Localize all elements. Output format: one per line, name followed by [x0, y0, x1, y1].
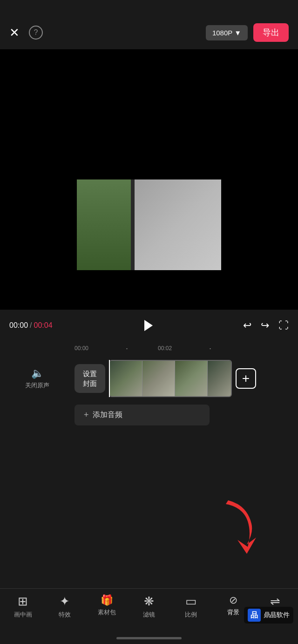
effects-label: 特效: [59, 611, 71, 619]
cover-button[interactable]: 设置 封面: [74, 364, 105, 393]
pip-icon: ⊞: [18, 594, 28, 609]
materials-label: 素材包: [98, 608, 116, 617]
toolbar-item-filter[interactable]: ❋ 滤镜: [133, 594, 165, 619]
help-icon: ?: [34, 28, 38, 37]
door-line: [131, 179, 135, 270]
watermark: 品 鼎品软件: [244, 607, 293, 624]
mute-icon: 🔈: [31, 367, 44, 379]
clip-frame-1: [110, 361, 142, 396]
redo-button[interactable]: ↪: [261, 319, 269, 332]
timeline-ruler: 00:00 · 00:02 ·: [0, 341, 298, 355]
materials-icon: 🎁: [101, 594, 113, 606]
effects-icon: ✦: [60, 594, 70, 609]
video-preview: [0, 49, 298, 310]
video-top-black: [77, 89, 221, 179]
filter-icon: ❋: [144, 594, 154, 609]
pip-label: 画中画: [14, 611, 32, 619]
cover-line2: 封面: [83, 378, 97, 388]
time-display: 00:00 / 00:04: [9, 321, 53, 330]
track-left-controls: 🔈 关闭原声: [0, 367, 74, 390]
resolution-button[interactable]: 1080P ▼: [206, 25, 248, 40]
ratio-icon: ▭: [185, 594, 197, 609]
add-audio-label: 添加音频: [93, 410, 122, 420]
mute-label: 关闭原声: [25, 381, 49, 390]
play-button[interactable]: [137, 315, 158, 336]
mute-button[interactable]: 🔈 关闭原声: [25, 367, 49, 390]
ruler-time-0: 00:00: [74, 345, 88, 352]
ruler-time-2: 00:02: [158, 345, 172, 352]
ruler-dot-1: ·: [126, 344, 128, 352]
toolbar-item-effects[interactable]: ✦ 特效: [48, 594, 81, 619]
export-button[interactable]: 导出: [253, 23, 289, 42]
home-indicator: [116, 637, 182, 639]
video-frame: [77, 89, 221, 270]
cover-line1: 设置: [83, 369, 97, 378]
time-separator: /: [30, 321, 32, 330]
top-bar-right: 1080P ▼ 导出: [206, 23, 289, 42]
controls-bar: 00:00 / 00:04 ↩ ↪ ⛶: [0, 310, 298, 341]
watermark-logo: 品: [248, 609, 261, 622]
fullscreen-button[interactable]: ⛶: [278, 319, 289, 332]
help-button[interactable]: ?: [29, 26, 43, 40]
audio-track: + 添加音频: [0, 402, 298, 428]
timeline-tracks: 🔈 关闭原声 设置 封面 +: [0, 355, 298, 402]
background-label: 背景: [227, 608, 239, 617]
time-current: 00:00: [9, 321, 28, 330]
filter-label: 滤镜: [143, 611, 155, 619]
arrow-svg: [210, 496, 265, 561]
clip-frame-3: [175, 361, 208, 396]
add-audio-button[interactable]: + 添加音频: [74, 405, 210, 425]
time-total: 00:04: [34, 321, 53, 330]
add-audio-plus-icon: +: [84, 410, 89, 420]
control-icons: ↩ ↪ ⛶: [243, 319, 289, 332]
undo-button[interactable]: ↩: [243, 319, 251, 332]
background-icon: ⊘: [229, 594, 237, 606]
watermark-text: 鼎品软件: [264, 611, 290, 619]
video-image-right: [135, 179, 221, 270]
ruler-dot-2: ·: [209, 344, 211, 352]
video-image: [77, 179, 221, 270]
close-button[interactable]: ✕: [9, 27, 20, 39]
toolbar-item-pip[interactable]: ⊞ 画中画: [7, 594, 39, 619]
toolbar-item-ratio[interactable]: ▭ 比例: [175, 594, 207, 619]
clips-container: +: [109, 360, 298, 397]
spacer: [0, 428, 298, 456]
playhead-line: [109, 360, 110, 397]
ratio-label: 比例: [185, 611, 197, 619]
clip-frame-4: [208, 361, 231, 396]
video-clip[interactable]: [109, 360, 232, 397]
top-bar-left: ✕ ?: [9, 26, 43, 40]
clip-frame-2: [142, 361, 175, 396]
add-clip-button[interactable]: +: [236, 368, 256, 389]
arrow-annotation: [210, 496, 265, 563]
video-image-left: [77, 179, 135, 270]
top-bar: ✕ ? 1080P ▼ 导出: [0, 0, 298, 49]
toolbar-item-materials[interactable]: 🎁 素材包: [91, 594, 123, 617]
cover-button-wrapper: 设置 封面: [70, 364, 105, 393]
play-triangle-icon: [144, 320, 153, 331]
